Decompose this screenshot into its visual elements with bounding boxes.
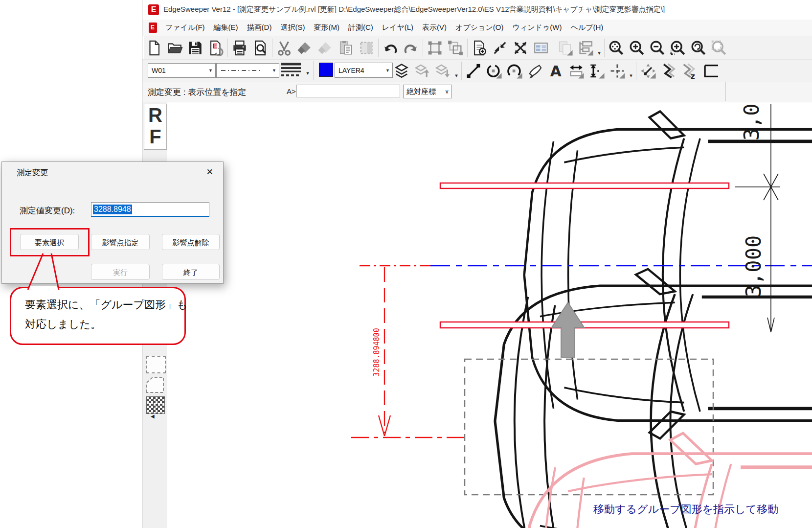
crosshair-icon[interactable]: [607, 61, 628, 81]
erase-icon[interactable]: [294, 38, 315, 58]
divider: [272, 39, 272, 57]
dimension-red[interactable]: [351, 266, 464, 437]
copy-image-icon[interactable]: [555, 38, 575, 58]
explode-icon[interactable]: [510, 38, 531, 58]
paste-icon[interactable]: [336, 38, 356, 58]
red-bar-lower[interactable]: [440, 322, 729, 328]
redo-icon[interactable]: [401, 38, 421, 58]
layer-up-icon[interactable]: [412, 61, 432, 81]
open-file-icon[interactable]: [164, 38, 185, 58]
doc-add-icon[interactable]: [469, 38, 490, 58]
tree-list-icon[interactable]: [575, 38, 596, 58]
annotation-note: 移動するグループ図形を指示して移動: [593, 502, 778, 517]
divider: [461, 62, 462, 80]
zoom-window-icon[interactable]: [668, 38, 688, 58]
move-node-icon[interactable]: [638, 61, 658, 81]
menu-view[interactable]: 表示(V): [418, 21, 451, 34]
menu-edit[interactable]: 編集(E): [209, 21, 243, 34]
coordinate-input[interactable]: [296, 85, 400, 97]
cut-icon[interactable]: [274, 38, 294, 58]
curve-offset-z-icon[interactable]: z: [679, 61, 699, 81]
menu-layer[interactable]: レイヤ(L): [378, 21, 418, 34]
divider: [227, 39, 228, 57]
print-icon[interactable]: [229, 38, 250, 58]
affect-point-clear-button[interactable]: 影響点解除: [162, 234, 220, 250]
paste-region-icon[interactable]: [356, 38, 377, 58]
sketch-pen-icon[interactable]: [525, 61, 545, 81]
highlight-rectangle: [10, 228, 90, 256]
snap-arrows-icon[interactable]: [490, 38, 510, 58]
curve-offset-icon[interactable]: [658, 61, 679, 81]
new-file-icon[interactable]: [144, 38, 164, 58]
rf-snap-button[interactable]: R F: [144, 104, 167, 150]
chevron-down-icon: ∨: [442, 88, 451, 95]
dropdown-arrow-icon[interactable]: ▾: [596, 50, 603, 56]
dim-height-icon[interactable]: [586, 61, 607, 81]
menu-help[interactable]: ヘルプ(H): [566, 21, 608, 34]
text-icon[interactable]: A: [545, 61, 566, 81]
drawing-canvas[interactable]: 3,000 3,000 3288.894800: [167, 102, 812, 528]
car-top[interactable]: [524, 112, 812, 439]
affect-point-set-button[interactable]: 影響点指定: [91, 234, 150, 250]
dialog-title: 測定変更: [17, 168, 48, 178]
select-rect-tool[interactable]: [146, 356, 166, 373]
menu-option[interactable]: オプション(O): [451, 21, 508, 34]
window-title: EdgeSweeper Ver12 - [測定変更サンプル例.rvl [更新] …: [163, 5, 665, 14]
menu-measure[interactable]: 計測(C): [344, 21, 378, 34]
measure-value-input[interactable]: 3288.8948: [91, 202, 209, 217]
save-icon[interactable]: [185, 38, 205, 58]
dropdown-arrow-icon[interactable]: ▾: [628, 72, 634, 79]
dimension-right-value: 3,000: [742, 235, 766, 297]
chevron-down-icon: ▼: [206, 68, 215, 73]
coordinate-mode-combo[interactable]: 絶対座標 ∨: [403, 85, 452, 98]
line-width-dropdown[interactable]: ▾: [304, 70, 311, 76]
undo-icon[interactable]: [380, 38, 401, 58]
callout-tail: [24, 253, 68, 292]
zoom-extents-icon[interactable]: [709, 38, 729, 58]
callout-bubble: 要素選択に、「グループ図形」も 対応しました。: [10, 287, 186, 345]
zoom-out-icon[interactable]: [647, 38, 668, 58]
red-bar-upper[interactable]: [440, 183, 729, 188]
zoom-pan-icon[interactable]: [606, 38, 627, 58]
circle-icon[interactable]: [484, 61, 504, 81]
erase-soft-icon[interactable]: [315, 38, 336, 58]
select-handles-icon[interactable]: [425, 38, 445, 58]
menu-select[interactable]: 選択(S): [276, 21, 309, 34]
print-preview-icon[interactable]: [250, 38, 271, 58]
layer-combo[interactable]: LAYER4 ▼: [335, 63, 393, 78]
layer-down-icon[interactable]: [432, 61, 453, 81]
menu-file[interactable]: ファイル(F): [161, 21, 209, 34]
divider: [378, 39, 379, 57]
rect-shape-icon[interactable]: [699, 61, 720, 81]
dim-width-icon[interactable]: [566, 61, 586, 81]
select-polygon-tool[interactable]: [145, 375, 165, 394]
menu-draw[interactable]: 描画(D): [243, 21, 276, 34]
line-icon[interactable]: [463, 61, 484, 81]
divider: [467, 39, 468, 57]
zoom-in-icon[interactable]: [627, 38, 647, 58]
divider: [725, 82, 726, 101]
execute-button[interactable]: 実行: [91, 264, 150, 280]
svg-text:z: z: [691, 72, 695, 79]
close-icon[interactable]: ✕: [203, 166, 216, 178]
menu-bar: ファイル(F)編集(E)描画(D)選択(S)変形(M)計測(C)レイヤ(L)表示…: [142, 20, 812, 36]
layer-color-swatch[interactable]: [319, 63, 333, 77]
hatch-fill-tool[interactable]: [146, 396, 165, 414]
dropdown-arrow-icon[interactable]: ▾: [453, 72, 460, 79]
save-reload-icon[interactable]: E: [205, 38, 226, 58]
zoom-previous-icon[interactable]: [688, 38, 709, 58]
toolbar-main: E▾: [144, 36, 812, 59]
arc-icon[interactable]: [504, 61, 525, 81]
layers-icon[interactable]: [391, 61, 412, 81]
select-handles-2-icon[interactable]: [445, 38, 466, 58]
menu-transform[interactable]: 変形(M): [309, 21, 344, 34]
collapse-arrow-icon[interactable]: ◀: [151, 413, 155, 419]
properties-icon[interactable]: [531, 38, 551, 58]
menu-window[interactable]: ウィンドゥ(W): [508, 21, 566, 34]
line-width-button[interactable]: [279, 61, 303, 79]
measure-value-selected-text: 3288.8948: [93, 205, 132, 214]
chevron-down-icon: ▼: [270, 68, 279, 73]
line-style-combo[interactable]: ▼: [216, 63, 279, 78]
pen-style-combo[interactable]: W01 ▼: [148, 63, 216, 78]
finish-button[interactable]: 終了: [162, 264, 220, 280]
